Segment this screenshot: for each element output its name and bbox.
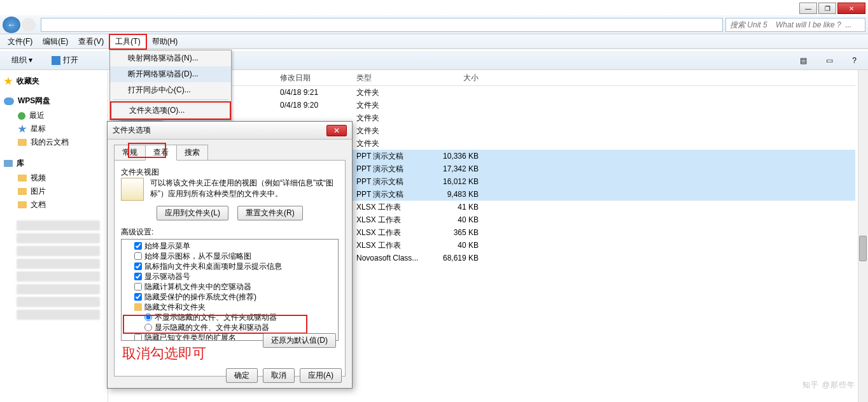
dialog-titlebar: 文件夹选项 ✕ — [108, 122, 352, 140]
folder-view-text: 可以将该文件夹正在使用的视图（例如“详细信息”或“图标”）应用到所有这种类型的文… — [150, 178, 339, 199]
sidebar-favorites[interactable]: 收藏夹 — [4, 76, 104, 87]
sidebar-libraries[interactable]: 库 — [4, 158, 104, 169]
sidebar-blurred-item — [17, 233, 100, 243]
star-label: 星标 — [31, 124, 46, 134]
chk-hide-ext[interactable] — [134, 334, 142, 341]
menu-help[interactable]: 帮助(H) — [147, 35, 183, 48]
close-button[interactable]: ✕ — [837, 3, 865, 14]
sidebar-blurred-item — [17, 271, 100, 282]
sidebar-pictures[interactable]: 图片 — [4, 185, 104, 198]
back-button[interactable]: ← — [3, 17, 20, 33]
organize-button[interactable]: 组织 ▾ — [6, 54, 38, 67]
dd-sync-center[interactable]: 打开同步中心(C)... — [110, 82, 231, 98]
radio-show[interactable] — [144, 324, 152, 331]
apply-button[interactable]: 应用(A) — [300, 368, 342, 383]
maximize-button[interactable]: ❐ — [818, 3, 836, 14]
sidebar-recent[interactable]: 最近 — [4, 109, 104, 122]
help-button[interactable]: ? — [847, 55, 862, 66]
open-button[interactable]: 打开 — [46, 54, 83, 67]
annotation-box — [128, 143, 166, 158]
sidebar-wps[interactable]: WPS网盘 — [4, 96, 104, 106]
menu-edit[interactable]: 编辑(E) — [38, 35, 73, 48]
video-label: 视频 — [31, 173, 46, 183]
dialog-body: 文件夹视图 可以将该文件夹正在使用的视图（例如“详细信息”或“图标”）应用到所有… — [114, 160, 346, 377]
libs-label: 库 — [17, 158, 24, 169]
pictures-icon — [18, 188, 27, 195]
opt-hide-protected: 隐藏受保护的操作系统文件(推荐) — [144, 292, 256, 303]
minimize-button[interactable]: — — [799, 3, 817, 14]
menu-view[interactable]: 查看(V) — [73, 35, 109, 48]
cancel-button[interactable]: 取消 — [263, 368, 295, 383]
sidebar-blurred-item — [17, 220, 100, 231]
wps-label: WPS网盘 — [18, 96, 50, 106]
wps-icon — [52, 56, 60, 65]
documents-icon — [18, 201, 27, 208]
sidebar-video[interactable]: 视频 — [4, 171, 104, 185]
dd-separator — [113, 99, 228, 100]
menu-bar: 文件(F) 编辑(E) 查看(V) 工具(T) 帮助(H) — [0, 35, 868, 49]
mydocs-label: 我的云文档 — [31, 137, 69, 148]
chk-menu[interactable] — [134, 242, 142, 250]
star-icon — [18, 125, 27, 134]
chk-tooltip[interactable] — [134, 262, 142, 270]
folder-icon — [18, 139, 27, 146]
address-bar: ← — [0, 15, 868, 34]
dialog-title: 文件夹选项 — [113, 125, 151, 136]
sidebar-blurred-item — [17, 297, 100, 307]
chk-protected[interactable] — [134, 293, 142, 301]
opt-always-show-menu: 始终显示菜单 — [144, 241, 190, 252]
dd-disconnect-drive[interactable]: 断开网络驱动器(D)... — [110, 66, 231, 82]
forward-button[interactable] — [22, 18, 36, 32]
scrollbar[interactable] — [858, 70, 868, 402]
reset-folders-button[interactable]: 重置文件夹(R) — [237, 206, 303, 220]
cloud-icon — [4, 97, 14, 105]
opt-hidden-files-group: 隐藏文件和文件夹 — [144, 302, 206, 313]
radio-hide[interactable] — [144, 313, 152, 321]
advanced-settings-list[interactable]: 始终显示菜单 始终显示图标，从不显示缩略图 鼠标指向文件夹和桌面项时显示提示信息… — [121, 239, 339, 341]
chk-empty-drives[interactable] — [134, 283, 142, 291]
restore-defaults-button[interactable]: 还原为默认值(D) — [263, 333, 336, 348]
advanced-label: 高级设置: — [121, 227, 339, 238]
preview-pane-button[interactable]: ▭ — [821, 55, 838, 66]
search-input[interactable] — [725, 18, 865, 32]
sidebar-blurred-item — [17, 259, 100, 269]
folder-icon — [134, 303, 142, 311]
navigation-sidebar: 收藏夹 WPS网盘 最近 星标 我的云文档 库 视频 图片 文档 — [0, 71, 108, 402]
favorites-label: 收藏夹 — [17, 76, 39, 87]
watermark: 知乎 @那些年 — [796, 380, 855, 391]
col-date[interactable]: 修改日期 — [280, 73, 356, 83]
sidebar-blurred-item — [17, 310, 100, 320]
docs-label: 文档 — [31, 199, 46, 210]
video-icon — [18, 175, 27, 182]
chk-icons[interactable] — [134, 252, 142, 260]
sidebar-blurred-item — [17, 284, 100, 294]
dialog-tabs: 常规 查看 搜索 — [114, 145, 346, 161]
dd-folder-options[interactable]: 文件夹选项(O)... — [110, 101, 231, 120]
view-mode-button[interactable]: ▤ — [795, 55, 812, 66]
sidebar-documents[interactable]: 文档 — [4, 198, 104, 212]
sidebar-star[interactable]: 星标 — [4, 122, 104, 136]
col-size[interactable]: 大小 — [433, 73, 484, 83]
opt-tooltip: 鼠标指向文件夹和桌面项时显示提示信息 — [144, 261, 282, 272]
address-input[interactable] — [41, 18, 723, 32]
apply-to-folders-button[interactable]: 应用到文件夹(L) — [157, 206, 228, 220]
opt-hide-empty-drives: 隐藏计算机文件夹中的空驱动器 — [144, 282, 251, 292]
sidebar-blurred-item — [17, 246, 100, 256]
star-icon — [4, 77, 13, 86]
menu-file[interactable]: 文件(F) — [3, 35, 38, 48]
library-icon — [4, 160, 13, 167]
folder-options-dialog: 文件夹选项 ✕ 常规 查看 搜索 文件夹视图 可以将该文件夹正在使用的视图（例如… — [107, 121, 353, 389]
col-type[interactable]: 类型 — [356, 73, 433, 83]
ok-button[interactable]: 确定 — [226, 368, 258, 383]
opt-drive-letter: 显示驱动器号 — [144, 271, 190, 282]
scroll-thumb[interactable] — [859, 236, 867, 261]
tab-search[interactable]: 搜索 — [176, 145, 208, 161]
opt-dont-show-hidden: 不显示隐藏的文件、文件夹或驱动器 — [155, 312, 277, 323]
dialog-close-button[interactable]: ✕ — [326, 125, 347, 136]
dd-map-drive[interactable]: 映射网络驱动器(N)... — [110, 50, 231, 66]
sidebar-mydocs[interactable]: 我的云文档 — [4, 136, 104, 149]
menu-tools[interactable]: 工具(T) — [109, 34, 146, 50]
recent-label: 最近 — [29, 110, 45, 121]
chk-drive-letter[interactable] — [134, 273, 142, 280]
folder-view-caption: 文件夹视图 — [121, 167, 339, 178]
